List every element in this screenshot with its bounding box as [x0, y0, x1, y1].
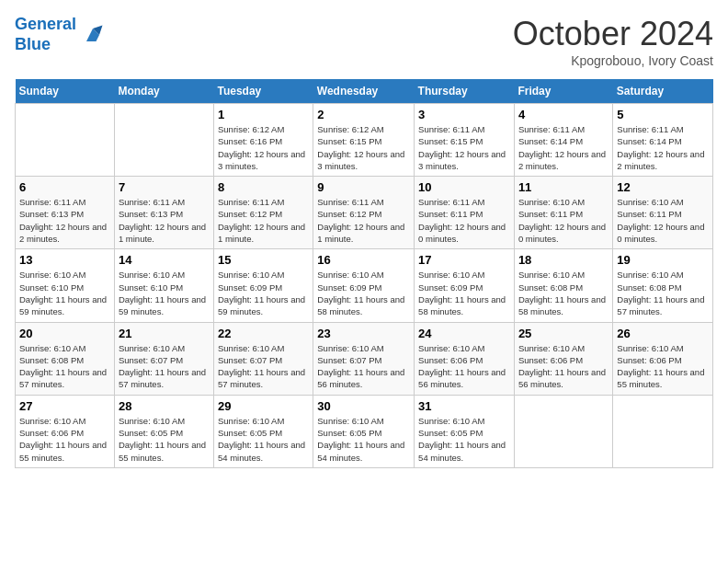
cell-info: Sunrise: 6:12 AM Sunset: 6:16 PM Dayligh…: [218, 123, 309, 172]
calendar-cell: 10Sunrise: 6:11 AM Sunset: 6:11 PM Dayli…: [415, 177, 515, 249]
calendar-cell: 22Sunrise: 6:10 AM Sunset: 6:07 PM Dayli…: [214, 322, 313, 395]
day-header-tuesday: Tuesday: [214, 79, 313, 104]
day-number: 5: [617, 108, 709, 121]
calendar-cell: 25Sunrise: 6:10 AM Sunset: 6:06 PM Dayli…: [514, 322, 612, 395]
calendar-cell: 16Sunrise: 6:10 AM Sunset: 6:09 PM Dayli…: [313, 249, 415, 322]
day-number: 28: [119, 399, 210, 413]
calendar-cell: 14Sunrise: 6:10 AM Sunset: 6:10 PM Dayli…: [114, 249, 213, 322]
calendar-cell: 1Sunrise: 6:12 AM Sunset: 6:16 PM Daylig…: [214, 104, 313, 177]
cell-info: Sunrise: 6:10 AM Sunset: 6:06 PM Dayligh…: [518, 342, 609, 391]
location: Kpogrobouo, Ivory Coast: [513, 53, 713, 68]
day-header-wednesday: Wednesday: [313, 79, 415, 104]
cell-info: Sunrise: 6:10 AM Sunset: 6:07 PM Dayligh…: [218, 342, 309, 391]
day-number: 20: [19, 327, 110, 340]
cell-info: Sunrise: 6:10 AM Sunset: 6:05 PM Dayligh…: [119, 415, 210, 464]
cell-info: Sunrise: 6:11 AM Sunset: 6:14 PM Dayligh…: [617, 123, 709, 172]
week-row-1: 1Sunrise: 6:12 AM Sunset: 6:16 PM Daylig…: [16, 104, 713, 177]
calendar-cell: 12Sunrise: 6:10 AM Sunset: 6:11 PM Dayli…: [613, 177, 713, 249]
cell-info: Sunrise: 6:10 AM Sunset: 6:06 PM Dayligh…: [418, 342, 510, 391]
title-block: October 2024 Kpogrobouo, Ivory Coast: [513, 15, 713, 68]
cell-info: Sunrise: 6:10 AM Sunset: 6:07 PM Dayligh…: [119, 342, 210, 391]
calendar-cell: 28Sunrise: 6:10 AM Sunset: 6:05 PM Dayli…: [114, 395, 213, 467]
day-header-saturday: Saturday: [613, 79, 713, 104]
calendar-cell: [514, 395, 612, 467]
cell-info: Sunrise: 6:10 AM Sunset: 6:05 PM Dayligh…: [218, 415, 309, 464]
day-number: 16: [317, 253, 410, 267]
logo: General Blue: [15, 15, 106, 54]
day-number: 27: [19, 399, 110, 413]
calendar-cell: 3Sunrise: 6:11 AM Sunset: 6:15 PM Daylig…: [415, 104, 515, 177]
calendar-cell: [16, 104, 115, 177]
cell-info: Sunrise: 6:10 AM Sunset: 6:05 PM Dayligh…: [317, 415, 410, 464]
cell-info: Sunrise: 6:10 AM Sunset: 6:09 PM Dayligh…: [218, 269, 309, 317]
cell-info: Sunrise: 6:10 AM Sunset: 6:11 PM Dayligh…: [617, 196, 709, 245]
cell-info: Sunrise: 6:10 AM Sunset: 6:10 PM Dayligh…: [19, 269, 110, 317]
calendar-cell: 19Sunrise: 6:10 AM Sunset: 6:08 PM Dayli…: [613, 249, 713, 322]
cell-info: Sunrise: 6:10 AM Sunset: 6:09 PM Dayligh…: [418, 269, 510, 317]
day-number: 7: [119, 180, 210, 194]
day-number: 10: [418, 180, 510, 194]
day-number: 4: [518, 108, 609, 121]
cell-info: Sunrise: 6:11 AM Sunset: 6:11 PM Dayligh…: [418, 196, 510, 245]
calendar-cell: 8Sunrise: 6:11 AM Sunset: 6:12 PM Daylig…: [214, 177, 313, 249]
day-number: 25: [518, 327, 609, 340]
week-row-5: 27Sunrise: 6:10 AM Sunset: 6:06 PM Dayli…: [16, 395, 713, 467]
month-title: October 2024: [513, 15, 713, 53]
cell-info: Sunrise: 6:12 AM Sunset: 6:15 PM Dayligh…: [317, 123, 410, 172]
cell-info: Sunrise: 6:11 AM Sunset: 6:13 PM Dayligh…: [119, 196, 210, 245]
calendar-cell: 5Sunrise: 6:11 AM Sunset: 6:14 PM Daylig…: [613, 104, 713, 177]
calendar-cell: 27Sunrise: 6:10 AM Sunset: 6:06 PM Dayli…: [16, 395, 115, 467]
day-number: 8: [218, 180, 309, 194]
calendar-cell: 4Sunrise: 6:11 AM Sunset: 6:14 PM Daylig…: [514, 104, 612, 177]
day-number: 3: [418, 108, 510, 121]
day-number: 29: [218, 399, 309, 413]
cell-info: Sunrise: 6:10 AM Sunset: 6:08 PM Dayligh…: [518, 269, 609, 317]
cell-info: Sunrise: 6:11 AM Sunset: 6:12 PM Dayligh…: [317, 196, 410, 245]
calendar-cell: 30Sunrise: 6:10 AM Sunset: 6:05 PM Dayli…: [313, 395, 415, 467]
day-header-thursday: Thursday: [415, 79, 515, 104]
day-number: 19: [617, 253, 709, 267]
week-row-2: 6Sunrise: 6:11 AM Sunset: 6:13 PM Daylig…: [16, 177, 713, 249]
week-row-3: 13Sunrise: 6:10 AM Sunset: 6:10 PM Dayli…: [16, 249, 713, 322]
cell-info: Sunrise: 6:10 AM Sunset: 6:09 PM Dayligh…: [317, 269, 410, 317]
day-number: 18: [518, 253, 609, 267]
cell-info: Sunrise: 6:10 AM Sunset: 6:08 PM Dayligh…: [617, 269, 709, 317]
day-number: 15: [218, 253, 309, 267]
calendar-cell: [613, 395, 713, 467]
day-header-friday: Friday: [514, 79, 612, 104]
cell-info: Sunrise: 6:10 AM Sunset: 6:10 PM Dayligh…: [119, 269, 210, 317]
cell-info: Sunrise: 6:10 AM Sunset: 6:05 PM Dayligh…: [418, 415, 510, 464]
calendar-cell: 9Sunrise: 6:11 AM Sunset: 6:12 PM Daylig…: [313, 177, 415, 249]
cell-info: Sunrise: 6:11 AM Sunset: 6:15 PM Dayligh…: [418, 123, 510, 172]
day-number: 21: [119, 327, 210, 340]
cell-info: Sunrise: 6:10 AM Sunset: 6:06 PM Dayligh…: [617, 342, 709, 391]
day-number: 22: [218, 327, 309, 340]
calendar-cell: 18Sunrise: 6:10 AM Sunset: 6:08 PM Dayli…: [514, 249, 612, 322]
calendar-cell: 26Sunrise: 6:10 AM Sunset: 6:06 PM Dayli…: [613, 322, 713, 395]
cell-info: Sunrise: 6:10 AM Sunset: 6:07 PM Dayligh…: [317, 342, 410, 391]
day-number: 14: [119, 253, 210, 267]
cell-info: Sunrise: 6:10 AM Sunset: 6:11 PM Dayligh…: [518, 196, 609, 245]
calendar-cell: [114, 104, 213, 177]
calendar-cell: 17Sunrise: 6:10 AM Sunset: 6:09 PM Dayli…: [415, 249, 515, 322]
day-header-monday: Monday: [114, 79, 213, 104]
calendar-cell: 11Sunrise: 6:10 AM Sunset: 6:11 PM Dayli…: [514, 177, 612, 249]
cell-info: Sunrise: 6:11 AM Sunset: 6:13 PM Dayligh…: [19, 196, 110, 245]
logo-icon: [80, 22, 106, 48]
week-row-4: 20Sunrise: 6:10 AM Sunset: 6:08 PM Dayli…: [16, 322, 713, 395]
day-number: 30: [317, 399, 410, 413]
calendar-cell: 7Sunrise: 6:11 AM Sunset: 6:13 PM Daylig…: [114, 177, 213, 249]
day-number: 11: [518, 180, 609, 194]
calendar-cell: 6Sunrise: 6:11 AM Sunset: 6:13 PM Daylig…: [16, 177, 115, 249]
day-number: 23: [317, 327, 410, 340]
calendar-cell: 2Sunrise: 6:12 AM Sunset: 6:15 PM Daylig…: [313, 104, 415, 177]
cell-info: Sunrise: 6:11 AM Sunset: 6:14 PM Dayligh…: [518, 123, 609, 172]
calendar-cell: 20Sunrise: 6:10 AM Sunset: 6:08 PM Dayli…: [16, 322, 115, 395]
calendar-cell: 15Sunrise: 6:10 AM Sunset: 6:09 PM Dayli…: [214, 249, 313, 322]
logo-text: General Blue: [15, 15, 76, 54]
calendar-cell: 24Sunrise: 6:10 AM Sunset: 6:06 PM Dayli…: [415, 322, 515, 395]
day-number: 26: [617, 327, 709, 340]
day-number: 6: [19, 180, 110, 194]
calendar-table: SundayMondayTuesdayWednesdayThursdayFrid…: [15, 79, 713, 468]
day-number: 2: [317, 108, 410, 121]
